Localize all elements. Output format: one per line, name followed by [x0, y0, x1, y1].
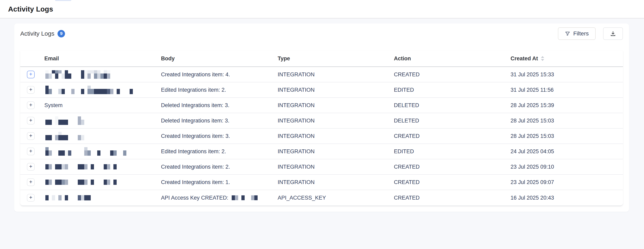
- action-cell: CREATED: [394, 179, 510, 186]
- redacted-top-edge-artifact: [55, 0, 71, 1]
- body-text: Created Integrations item: 3.: [161, 133, 230, 139]
- body-text: Edited Integrations item: 2.: [161, 148, 226, 155]
- type-cell: INTEGRATION: [278, 87, 394, 93]
- body-cell: API Access Key CREATED:: [161, 195, 278, 201]
- table-row: + Deleted Integrations item: 3. INTEGRAT…: [20, 113, 623, 128]
- panel-title: Activity Logs: [20, 30, 54, 37]
- download-icon: [610, 30, 616, 37]
- redacted-pixelation: [45, 86, 133, 94]
- redacted-pixelation: [45, 147, 126, 156]
- expand-row-button[interactable]: +: [27, 117, 35, 124]
- redacted-pixelation: [45, 180, 117, 185]
- created-at-cell: 24 Jul 2025 04:05: [510, 148, 623, 155]
- filters-button-label: Filters: [573, 30, 589, 37]
- expand-row-button[interactable]: +: [27, 163, 35, 171]
- table-body: + Created Integrations item: 4. INTEGRAT…: [20, 67, 623, 206]
- created-at-cell: 16 Jul 2025 20:43: [510, 195, 623, 201]
- action-cell: EDITED: [394, 148, 510, 155]
- body-cell: Edited Integrations item: 2.: [161, 148, 278, 155]
- expand-row-button[interactable]: +: [27, 194, 35, 202]
- email-cell: System: [44, 102, 161, 108]
- table-row: + System Deleted Integrations item: 3. I…: [20, 98, 623, 113]
- column-header-created_at[interactable]: Created At: [510, 56, 623, 62]
- activity-logs-table: EmailBodyTypeActionCreated At + Created …: [20, 50, 623, 206]
- download-button[interactable]: [603, 27, 623, 40]
- email-cell: [44, 164, 161, 170]
- redacted-pixelation: [45, 70, 110, 79]
- created-at-cell: 23 Jul 2025 09:07: [510, 179, 623, 186]
- body-cell: Created Integrations item: 2.: [161, 164, 278, 170]
- body-cell: Deleted Integrations item: 3.: [161, 102, 278, 108]
- email-cell: [44, 180, 161, 185]
- page-title: Activity Logs: [8, 5, 53, 13]
- type-cell: INTEGRATION: [278, 72, 394, 78]
- funnel-icon: [565, 31, 570, 36]
- created-at-cell: 28 Jul 2025 15:03: [510, 118, 623, 124]
- table-row: + Created Integrations item: 1. INTEGRAT…: [20, 175, 623, 190]
- expander-cell: +: [20, 163, 44, 171]
- table-row: + Edited Integrations item: 2. INTEGRATI…: [20, 144, 623, 159]
- body-text: Deleted Integrations item: 3.: [161, 102, 230, 108]
- email-cell: [44, 147, 161, 156]
- table-row: + Created Integrations item: 4. INTEGRAT…: [20, 67, 623, 82]
- table-row: + Created Integrations item: 2. INTEGRAT…: [20, 159, 623, 175]
- expander-cell: +: [20, 86, 44, 94]
- expand-row-button[interactable]: +: [27, 178, 35, 186]
- column-header-type: Type: [278, 56, 394, 62]
- redacted-pixelation: [45, 132, 88, 140]
- created-at-cell: 23 Jul 2025 09:10: [510, 164, 623, 170]
- body-cell: Created Integrations item: 3.: [161, 133, 278, 139]
- column-header-label: Email: [44, 56, 59, 62]
- type-cell: INTEGRATION: [278, 148, 394, 155]
- table-row: + API Access Key CREATED: API_ACCESS_KEY…: [20, 190, 623, 206]
- panel-actions: Filters: [558, 27, 623, 40]
- column-header-label: Type: [278, 56, 290, 62]
- column-header-email: Email: [44, 56, 161, 62]
- action-cell: CREATED: [394, 164, 510, 170]
- expand-row-button[interactable]: +: [27, 148, 35, 155]
- expander-cell: +: [20, 117, 44, 124]
- created-at-cell: 28 Jul 2025 15:03: [510, 133, 623, 139]
- type-cell: INTEGRATION: [278, 102, 394, 108]
- expand-row-button[interactable]: +: [27, 86, 35, 94]
- expander-cell: +: [20, 178, 44, 186]
- column-header-label: Body: [161, 56, 175, 62]
- action-cell: CREATED: [394, 195, 510, 201]
- type-cell: INTEGRATION: [278, 164, 394, 170]
- column-header-action: Action: [394, 56, 510, 62]
- body-text: Created Integrations item: 2.: [161, 164, 230, 170]
- filters-button[interactable]: Filters: [558, 27, 596, 40]
- expand-row-button[interactable]: +: [27, 71, 35, 78]
- email-cell: [44, 70, 161, 79]
- type-cell: API_ACCESS_KEY: [278, 195, 394, 201]
- redacted-pixelation: [45, 164, 117, 170]
- type-cell: INTEGRATION: [278, 179, 394, 186]
- top-bar: Activity Logs: [0, 0, 644, 18]
- created-at-cell: 28 Jul 2025 15:39: [510, 102, 623, 108]
- email-cell: [44, 86, 161, 94]
- expander-cell: +: [20, 132, 44, 140]
- email-cell: [44, 132, 161, 140]
- table-row: + Created Integrations item: 3. INTEGRAT…: [20, 128, 623, 144]
- action-cell: CREATED: [394, 72, 510, 78]
- expander-cell: +: [20, 194, 44, 202]
- body-text: Edited Integrations item: 2.: [161, 87, 226, 93]
- expand-row-button[interactable]: +: [27, 132, 35, 140]
- activity-logs-panel: Activity Logs 9 Filters: [14, 24, 629, 212]
- sort-arrows-icon: [541, 56, 544, 61]
- created-at-cell: 31 Jul 2025 11:56: [510, 87, 623, 93]
- count-badge: 9: [58, 30, 65, 38]
- body-text: Created Integrations item: 4.: [161, 72, 230, 78]
- column-header-body: Body: [161, 56, 278, 62]
- email-cell: [44, 195, 161, 200]
- panel-header: Activity Logs 9 Filters: [20, 24, 623, 44]
- expand-row-button[interactable]: +: [27, 102, 35, 109]
- action-cell: DELETED: [394, 118, 510, 124]
- expander-cell: +: [20, 148, 44, 155]
- created-at-cell: 31 Jul 2025 15:33: [510, 72, 623, 78]
- body-cell: Created Integrations item: 4.: [161, 72, 278, 78]
- table-header-row: EmailBodyTypeActionCreated At: [20, 50, 623, 67]
- action-cell: EDITED: [394, 87, 510, 93]
- expander-cell: +: [20, 102, 44, 109]
- table-row: + Edited Integrations item: 2. INTEGRATI…: [20, 82, 623, 98]
